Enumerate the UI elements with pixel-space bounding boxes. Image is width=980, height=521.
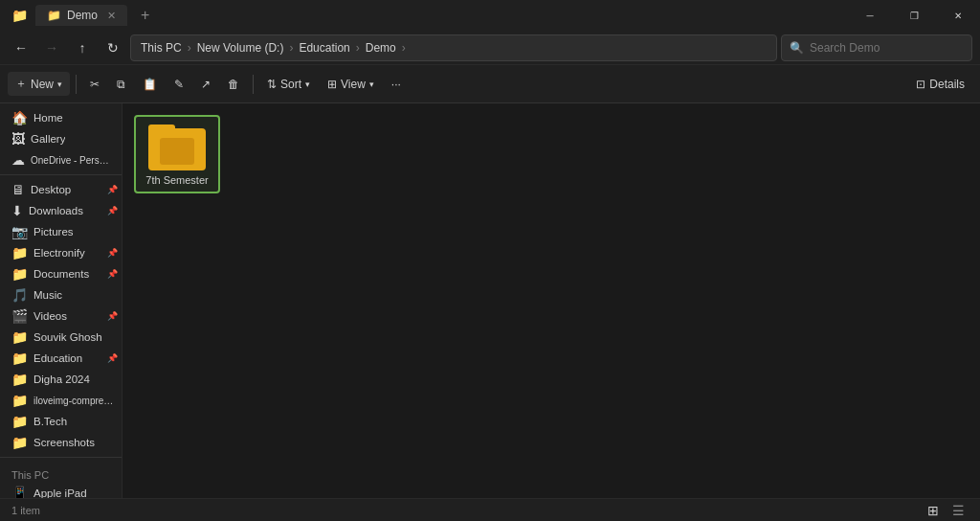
sidebar-item-videos[interactable]: 🎬 Videos 📌 — [0, 306, 122, 327]
sidebar-pictures-label: Pictures — [33, 226, 74, 238]
sidebar-btech-label: B.Tech — [33, 416, 67, 427]
breadcrumb-sep4: › — [402, 41, 406, 55]
sidebar-screenshots-label: Screenshots — [33, 437, 95, 448]
minimize-button[interactable]: ─ — [848, 0, 892, 31]
close-button[interactable]: ✕ — [936, 0, 980, 31]
refresh-button[interactable]: ↻ — [100, 34, 126, 61]
more-icon: ··· — [391, 78, 401, 91]
breadcrumb-demo[interactable]: Demo — [366, 41, 396, 55]
sidebar-item-digha[interactable]: 📁 Digha 2024 — [0, 369, 122, 390]
sidebar-item-iloveimg[interactable]: 📁 iloveimg-compressed — [0, 390, 122, 411]
folder-icon-7th — [148, 123, 206, 170]
status-bar: 1 item ⊞ ☰ — [0, 498, 980, 521]
list-view-button[interactable]: ☰ — [947, 502, 969, 519]
title-bar: 📁 📁 Demo ✕ + ─ ❐ ✕ — [0, 0, 980, 31]
view-chevron: ▾ — [369, 79, 374, 89]
sidebar-item-onedrive[interactable]: ☁ OneDrive - Personal — [0, 149, 122, 170]
view-button[interactable]: ⊞ View ▾ — [320, 74, 382, 95]
up-button[interactable]: ↑ — [69, 34, 96, 61]
details-icon: ⊡ — [916, 78, 925, 91]
documents-icon: 📁 — [11, 266, 28, 282]
new-chevron: ▾ — [57, 79, 62, 89]
sidebar-item-gallery[interactable]: 🖼 Gallery — [0, 128, 122, 149]
videos-icon: 🎬 — [11, 308, 28, 324]
education-icon: 📁 — [11, 351, 28, 366]
sidebar-item-souvik[interactable]: 📁 Souvik Ghosh — [0, 327, 122, 348]
breadcrumb-sep3: › — [356, 41, 360, 55]
share-icon: ↗ — [201, 78, 211, 91]
forward-button[interactable]: → — [38, 34, 65, 61]
search-box[interactable]: 🔍 — [781, 34, 972, 61]
tab-demo[interactable]: 📁 Demo ✕ — [35, 5, 127, 26]
btech-icon: 📁 — [11, 414, 28, 429]
app-icon: 📁 — [11, 8, 28, 23]
downloads-icon: ⬇ — [11, 203, 23, 218]
sidebar-ipad-label: Apple iPad — [33, 487, 87, 498]
sidebar-item-pictures[interactable]: 📷 Pictures — [0, 221, 122, 242]
more-button[interactable]: ··· — [384, 74, 409, 95]
sort-label: Sort — [280, 78, 301, 91]
music-icon: 🎵 — [11, 287, 28, 303]
pin-icon: 📌 — [107, 185, 118, 194]
sort-icon: ⇅ — [267, 78, 277, 91]
new-icon: ＋ — [15, 76, 27, 92]
sidebar-item-ipad[interactable]: 📱 Apple iPad — [0, 483, 122, 498]
status-view-controls: ⊞ ☰ — [923, 502, 969, 519]
pin-icon4: 📌 — [107, 269, 118, 279]
sidebar-onedrive-label: OneDrive - Personal — [31, 155, 114, 166]
window-controls: ─ ❐ ✕ — [848, 0, 980, 31]
sidebar-videos-label: Videos — [33, 310, 67, 322]
restore-button[interactable]: ❐ — [892, 0, 936, 31]
paste-button[interactable]: 📋 — [135, 74, 165, 95]
folder-body — [148, 128, 206, 170]
status-count: 1 item — [11, 505, 40, 516]
breadcrumb-education[interactable]: Education — [299, 41, 349, 55]
sidebar-home-label: Home — [33, 112, 63, 124]
sidebar-iloveimg-label: iloveimg-compressed — [33, 396, 114, 406]
new-tab-button[interactable]: + — [135, 5, 155, 26]
cut-button[interactable]: ✂ — [82, 74, 107, 95]
sort-button[interactable]: ⇅ Sort ▾ — [259, 74, 318, 95]
paste-icon: 📋 — [143, 78, 157, 91]
new-button[interactable]: ＋ New ▾ — [8, 72, 70, 96]
digha-icon: 📁 — [11, 372, 28, 387]
back-button[interactable]: ← — [8, 34, 34, 61]
grid-view-button[interactable]: ⊞ — [923, 502, 944, 519]
breadcrumb-drive[interactable]: New Volume (D:) — [197, 41, 284, 55]
title-bar-left: 📁 📁 Demo ✕ + — [11, 5, 155, 26]
sidebar-item-btech[interactable]: 📁 B.Tech — [0, 411, 122, 432]
sidebar-item-documents[interactable]: 📁 Documents 📌 — [0, 263, 122, 284]
copy-button[interactable]: ⧉ — [109, 74, 133, 95]
tab-icon: 📁 — [47, 9, 61, 22]
breadcrumb-thispc[interactable]: This PC — [141, 41, 182, 55]
folder-grid: 7th Semester — [134, 115, 969, 193]
sidebar-item-music[interactable]: 🎵 Music — [0, 284, 122, 306]
sidebar-item-screenshots[interactable]: 📁 Screenshots — [0, 432, 122, 453]
gallery-icon: 🖼 — [11, 131, 25, 147]
pictures-icon: 📷 — [11, 224, 28, 239]
sidebar-item-downloads[interactable]: ⬇ Downloads 📌 — [0, 200, 122, 221]
sidebar-item-home[interactable]: 🏠 Home — [0, 107, 122, 128]
sidebar-item-education[interactable]: 📁 Education 📌 — [0, 348, 122, 369]
view-icon: ⊞ — [327, 78, 337, 91]
share-button[interactable]: ↗ — [193, 74, 218, 95]
rename-button[interactable]: ✎ — [167, 74, 191, 95]
details-label: Details — [929, 78, 965, 91]
souvik-icon: 📁 — [11, 329, 28, 345]
tab-label: Demo — [67, 9, 98, 22]
folder-item-7th-semester[interactable]: 7th Semester — [134, 115, 220, 193]
toolbar-sep1 — [76, 75, 77, 94]
details-button[interactable]: ⊡ Details — [908, 74, 972, 95]
main-layout: 🏠 Home 🖼 Gallery ☁ OneDrive - Personal 🖥… — [0, 103, 980, 498]
address-bar[interactable]: This PC › New Volume (D:) › Education › … — [130, 34, 777, 61]
screenshots-icon: 📁 — [11, 435, 28, 450]
sidebar-gallery-label: Gallery — [31, 133, 65, 145]
delete-button[interactable]: 🗑 — [220, 74, 247, 95]
sidebar-souvik-label: Souvik Ghosh — [33, 331, 102, 343]
rename-icon: ✎ — [174, 78, 184, 91]
search-input[interactable] — [810, 41, 964, 55]
tab-close-icon[interactable]: ✕ — [107, 10, 116, 22]
sidebar: 🏠 Home 🖼 Gallery ☁ OneDrive - Personal 🖥… — [0, 103, 122, 498]
sidebar-item-desktop[interactable]: 🖥 Desktop 📌 — [0, 179, 122, 200]
sidebar-item-electronify[interactable]: 📁 Electronify 📌 — [0, 242, 122, 263]
